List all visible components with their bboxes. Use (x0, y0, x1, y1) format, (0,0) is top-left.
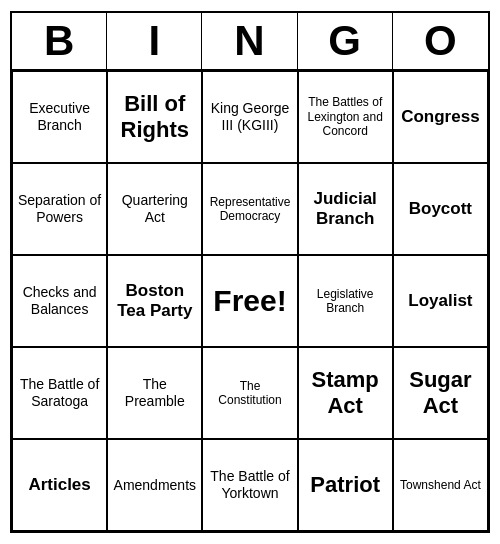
cell-text-22: The Battle of Yorktown (207, 468, 292, 502)
cell-text-23: Patriot (310, 472, 380, 498)
bingo-cell-9: Boycott (393, 163, 488, 255)
cell-text-2: King George III (KGIII) (207, 100, 292, 134)
bingo-cell-21: Amendments (107, 439, 202, 531)
bingo-letter-n: N (202, 13, 297, 69)
bingo-grid: Executive BranchBill of RightsKing Georg… (12, 71, 488, 531)
bingo-cell-6: Quartering Act (107, 163, 202, 255)
bingo-header: BINGO (12, 13, 488, 71)
bingo-cell-24: Townshend Act (393, 439, 488, 531)
cell-text-24: Townshend Act (400, 478, 481, 492)
cell-text-10: Checks and Balances (17, 284, 102, 318)
bingo-cell-8: Judicial Branch (298, 163, 393, 255)
bingo-cell-3: The Battles of Lexington and Concord (298, 71, 393, 163)
bingo-cell-12: Free! (202, 255, 297, 347)
bingo-letter-b: B (12, 13, 107, 69)
cell-text-21: Amendments (114, 477, 196, 494)
bingo-cell-5: Separation of Powers (12, 163, 107, 255)
cell-text-12: Free! (213, 283, 286, 319)
bingo-cell-10: Checks and Balances (12, 255, 107, 347)
cell-text-15: The Battle of Saratoga (17, 376, 102, 410)
bingo-cell-18: Stamp Act (298, 347, 393, 439)
bingo-letter-i: I (107, 13, 202, 69)
bingo-cell-14: Loyalist (393, 255, 488, 347)
bingo-cell-17: The Constitution (202, 347, 297, 439)
cell-text-8: Judicial Branch (303, 189, 388, 230)
cell-text-5: Separation of Powers (17, 192, 102, 226)
bingo-cell-16: The Preamble (107, 347, 202, 439)
bingo-cell-2: King George III (KGIII) (202, 71, 297, 163)
cell-text-11: Boston Tea Party (112, 281, 197, 322)
bingo-cell-13: Legislative Branch (298, 255, 393, 347)
bingo-card: BINGO Executive BranchBill of RightsKing… (10, 11, 490, 533)
cell-text-13: Legislative Branch (303, 287, 388, 316)
cell-text-3: The Battles of Lexington and Concord (303, 95, 388, 138)
cell-text-1: Bill of Rights (112, 91, 197, 144)
cell-text-4: Congress (401, 107, 479, 127)
bingo-cell-4: Congress (393, 71, 488, 163)
bingo-cell-20: Articles (12, 439, 107, 531)
cell-text-18: Stamp Act (303, 367, 388, 420)
cell-text-19: Sugar Act (398, 367, 483, 420)
bingo-cell-1: Bill of Rights (107, 71, 202, 163)
bingo-letter-o: O (393, 13, 488, 69)
bingo-cell-15: The Battle of Saratoga (12, 347, 107, 439)
cell-text-0: Executive Branch (17, 100, 102, 134)
cell-text-17: The Constitution (207, 379, 292, 408)
bingo-cell-23: Patriot (298, 439, 393, 531)
bingo-cell-19: Sugar Act (393, 347, 488, 439)
bingo-cell-7: Representative Democracy (202, 163, 297, 255)
cell-text-9: Boycott (409, 199, 472, 219)
bingo-cell-11: Boston Tea Party (107, 255, 202, 347)
cell-text-7: Representative Democracy (207, 195, 292, 224)
bingo-letter-g: G (298, 13, 393, 69)
bingo-cell-0: Executive Branch (12, 71, 107, 163)
cell-text-20: Articles (28, 475, 90, 495)
cell-text-16: The Preamble (112, 376, 197, 410)
cell-text-14: Loyalist (408, 291, 472, 311)
cell-text-6: Quartering Act (112, 192, 197, 226)
bingo-cell-22: The Battle of Yorktown (202, 439, 297, 531)
